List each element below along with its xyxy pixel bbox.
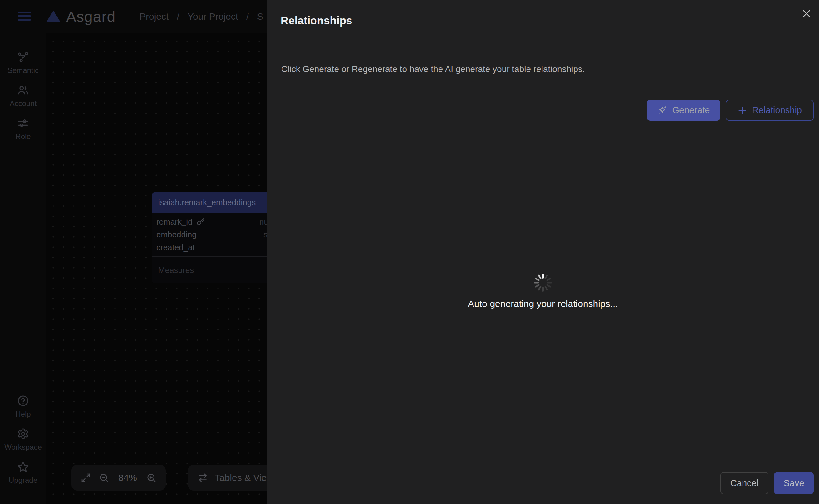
sidebar-item-label: Semantic: [7, 66, 39, 75]
close-icon: [802, 9, 812, 19]
sidebar-item-label: Account: [10, 99, 37, 108]
sidebar-item-label: Workspace: [4, 443, 42, 452]
relationships-drawer: Relationships Click Generate or Regenera…: [267, 0, 819, 504]
zoom-in-icon[interactable]: [146, 473, 156, 483]
sidebar-item-upgrade[interactable]: Upgrade: [0, 461, 46, 485]
save-button[interactable]: Save: [774, 472, 814, 494]
tables-views-label: Tables & Vie: [215, 473, 267, 483]
sidebar-item-workspace[interactable]: Workspace: [0, 428, 46, 452]
sparkles-icon: [657, 105, 667, 115]
breadcrumb-item-project[interactable]: Project: [139, 11, 168, 22]
breadcrumb-separator: /: [177, 11, 179, 22]
drawer-title: Relationships: [281, 0, 352, 41]
column-name: embedding: [156, 230, 196, 240]
add-relationship-button[interactable]: Relationship: [726, 100, 814, 121]
sidebar-item-help[interactable]: Help: [0, 395, 46, 419]
app-root: Asgard Project / Your Project / S Semant…: [0, 0, 819, 504]
zoom-level: 84%: [118, 473, 137, 483]
loading-text: Auto generating your relationships...: [468, 298, 618, 309]
left-sidebar: Semantic Account Role: [0, 33, 46, 504]
users-icon: [17, 84, 29, 96]
loading-spinner: [534, 274, 552, 292]
sidebar-item-label: Role: [15, 132, 31, 141]
drawer-actions: Generate Relationship: [647, 100, 814, 121]
sidebar-item-semantic[interactable]: Semantic: [0, 51, 46, 75]
cancel-button[interactable]: Cancel: [720, 472, 768, 494]
sidebar-top-group: Semantic Account Role: [0, 51, 46, 150]
generate-label: Generate: [672, 105, 710, 115]
zoom-out-icon[interactable]: [99, 473, 109, 483]
breadcrumb-item-current[interactable]: S: [257, 11, 263, 22]
zoom-controls: 84%: [71, 465, 166, 491]
sidebar-bottom-group: Help Workspace Upgrade: [0, 395, 46, 494]
app-name: Asgard: [66, 8, 115, 25]
gear-icon: [17, 428, 29, 440]
sidebar-item-account[interactable]: Account: [0, 84, 46, 108]
column-name: created_at: [156, 243, 195, 252]
column-name: remark_id: [156, 217, 192, 227]
breadcrumb-item-your-project[interactable]: Your Project: [187, 11, 238, 22]
drawer-header: Relationships: [267, 0, 819, 41]
sidebar-item-label: Upgrade: [9, 476, 37, 485]
hamburger-menu-icon[interactable]: [18, 12, 31, 21]
add-relationship-label: Relationship: [752, 105, 802, 115]
sliders-icon: [17, 117, 29, 129]
breadcrumb-separator: /: [246, 11, 249, 22]
semantic-graph-icon: [17, 51, 29, 63]
key-icon: [196, 218, 204, 226]
asgard-logo-icon: [46, 11, 61, 22]
table-title: isaiah.remark_embeddings: [158, 198, 256, 207]
close-button[interactable]: [798, 6, 815, 22]
tables-views-toggle[interactable]: Tables & Vie: [188, 465, 277, 491]
help-circle-icon: [17, 395, 29, 407]
loading-state: Auto generating your relationships...: [267, 274, 819, 309]
plus-icon: [738, 106, 747, 115]
sidebar-item-label: Help: [15, 410, 31, 419]
generate-button[interactable]: Generate: [647, 100, 720, 121]
breadcrumb: Project / Your Project / S: [139, 11, 263, 22]
expand-icon[interactable]: [81, 473, 91, 483]
star-icon: [17, 461, 29, 473]
instruction-text: Click Generate or Regenerate to have the…: [281, 64, 585, 74]
drawer-footer: Cancel Save: [267, 462, 819, 504]
sidebar-item-role[interactable]: Role: [0, 117, 46, 141]
swap-arrows-icon: [198, 473, 208, 483]
